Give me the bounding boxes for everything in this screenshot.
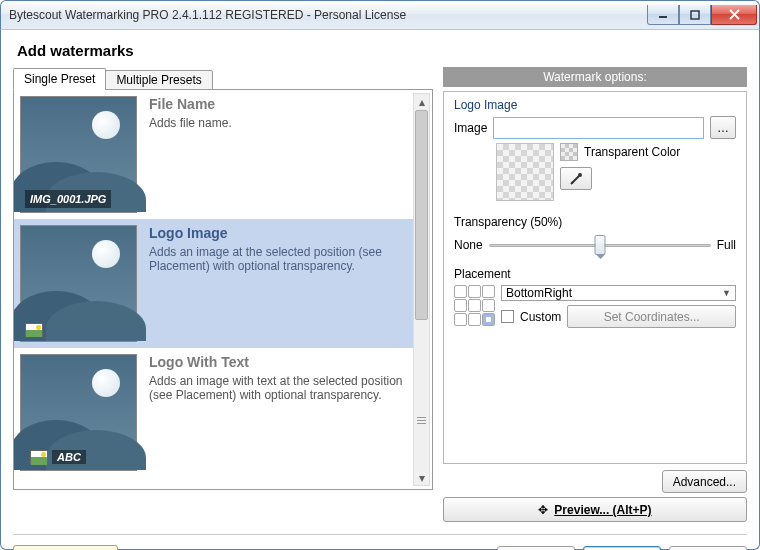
preset-title: Logo With Text <box>149 354 407 370</box>
scroll-up-icon[interactable]: ▴ <box>414 94 429 109</box>
browse-button[interactable]: … <box>710 116 736 139</box>
watermark-options-header: Watermark options: <box>443 67 747 87</box>
scroll-thumb[interactable] <box>415 110 428 320</box>
close-button[interactable] <box>711 5 757 25</box>
preset-desc: Adds file name. <box>149 116 232 130</box>
svg-line-6 <box>571 182 573 184</box>
eyedropper-icon <box>569 172 583 186</box>
maximize-button[interactable] <box>679 5 711 25</box>
placement-label: Placement <box>454 267 736 281</box>
image-path-input[interactable] <box>493 117 704 139</box>
eyedropper-button[interactable] <box>560 167 592 190</box>
preset-scrollbar[interactable]: ▴ ▾ <box>413 93 430 486</box>
placement-dropdown[interactable]: BottomRight ▼ <box>501 285 736 301</box>
placement-grid[interactable] <box>454 285 495 326</box>
load-profile-button[interactable]: Load profile <box>13 545 118 550</box>
transparency-none-label: None <box>454 238 483 252</box>
preset-title: File Name <box>149 96 232 112</box>
svg-point-5 <box>578 173 582 177</box>
image-preview <box>496 143 554 201</box>
transparency-full-label: Full <box>717 238 736 252</box>
chevron-down-icon: ▼ <box>722 288 731 298</box>
preset-item-logo-with-text[interactable]: ABC Logo With Text Adds an image with te… <box>14 348 413 477</box>
options-panel: Logo Image Image … Transparent Color <box>443 91 747 464</box>
placement-value: BottomRight <box>506 286 572 300</box>
svg-line-4 <box>572 176 579 183</box>
preset-tabs: Single Preset Multiple Presets <box>13 68 433 90</box>
advanced-button[interactable]: Advanced... <box>662 470 747 493</box>
next-button[interactable]: Next <box>583 546 661 551</box>
preview-label: Preview... (Alt+P) <box>554 503 651 517</box>
preset-desc: Adds an image with text at the selected … <box>149 374 407 402</box>
preset-thumb: IMG_0001.JPG <box>20 96 137 213</box>
preset-list-panel: IMG_0001.JPG File Name Adds file name. <box>13 89 433 490</box>
page-heading: Add watermarks <box>1 30 759 67</box>
custom-checkbox[interactable] <box>501 310 514 323</box>
back-button[interactable]: Back <box>497 546 575 551</box>
tab-multiple-presets[interactable]: Multiple Presets <box>105 70 212 90</box>
tab-single-preset[interactable]: Single Preset <box>13 68 106 90</box>
footer: Load profile Back Next Cancel <box>13 534 747 550</box>
window-title: Bytescout Watermarking PRO 2.4.1.112 REG… <box>9 8 645 22</box>
set-coordinates-button[interactable]: Set Coordinates... <box>567 305 736 328</box>
preset-title: Logo Image <box>149 225 407 241</box>
placement-bottom-right[interactable] <box>482 313 495 326</box>
preset-item-logo-image[interactable]: Logo Image Adds an image at the selected… <box>14 219 413 348</box>
transparent-color-swatch <box>560 143 578 161</box>
move-icon: ✥ <box>538 503 548 517</box>
custom-label: Custom <box>520 310 561 324</box>
transparent-color-label: Transparent Color <box>584 145 680 159</box>
image-label: Image <box>454 121 487 135</box>
preset-desc: Adds an image at the selected position (… <box>149 245 407 273</box>
scroll-down-icon[interactable]: ▾ <box>414 470 429 485</box>
window-buttons <box>645 5 757 25</box>
minimize-button[interactable] <box>647 5 679 25</box>
logo-image-group-label: Logo Image <box>454 98 736 112</box>
svg-rect-1 <box>691 11 699 19</box>
preset-thumb: ABC <box>20 354 137 471</box>
transparency-label: Transparency (50%) <box>454 215 736 229</box>
thumb-overlay-image-icon <box>25 323 43 337</box>
titlebar: Bytescout Watermarking PRO 2.4.1.112 REG… <box>0 0 760 30</box>
client-area: Add watermarks Single Preset Multiple Pr… <box>0 30 760 550</box>
cancel-button[interactable]: Cancel <box>669 546 747 551</box>
preset-item-file-name[interactable]: IMG_0001.JPG File Name Adds file name. <box>14 90 413 219</box>
transparency-slider[interactable] <box>489 233 711 257</box>
preset-thumb <box>20 225 137 342</box>
thumb-overlay-combo: ABC <box>25 448 91 466</box>
thumb-overlay-text: IMG_0001.JPG <box>25 190 111 208</box>
preview-button[interactable]: ✥ Preview... (Alt+P) <box>443 497 747 522</box>
